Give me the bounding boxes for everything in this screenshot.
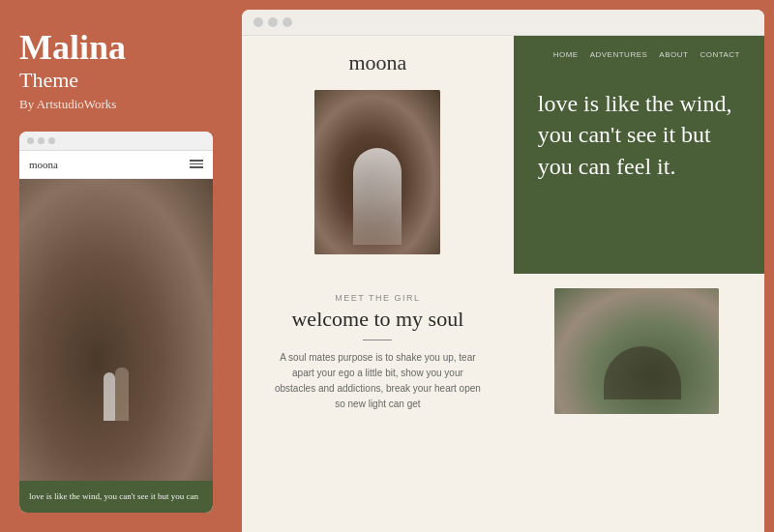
nav-adventures[interactable]: ADVENTURES — [590, 50, 648, 59]
theme-label: Theme — [19, 68, 213, 93]
below-hero-section: MEET THE GIRL welcome to my soul A soul … — [242, 274, 764, 532]
nav-about[interactable]: ABOUT — [659, 50, 688, 59]
mini-header: moona — [19, 151, 213, 179]
mini-site-logo: moona — [29, 159, 58, 170]
theme-name: Malina — [19, 29, 213, 68]
browser-dot-2 — [268, 17, 278, 27]
welcome-body-text: A soul mates purpose is to shake you up,… — [271, 350, 485, 412]
site-navigation: HOME ADVENTURES ABOUT CONTACT — [538, 50, 740, 59]
mini-dot-1 — [27, 137, 34, 144]
hero-right-panel: HOME ADVENTURES ABOUT CONTACT love is li… — [514, 36, 764, 274]
main-browser-window: moona HOME ADVENTURES ABOUT CONTACT love… — [242, 10, 764, 532]
hero-wedding-photo — [314, 90, 440, 254]
mini-hamburger-icon — [190, 160, 203, 168]
browser-dot-1 — [253, 17, 263, 27]
browser-toolbar — [242, 10, 764, 36]
left-panel: Malina Theme By ArtstudioWorks moona lov… — [0, 0, 232, 532]
mini-quote-block: love is like the wind, you can't see it … — [19, 481, 213, 513]
mini-dot-3 — [48, 137, 55, 144]
meet-label: MEET THE GIRL — [271, 293, 485, 303]
second-photo — [554, 288, 719, 414]
hero-section: moona HOME ADVENTURES ABOUT CONTACT love… — [242, 36, 764, 274]
mini-wedding-photo — [19, 179, 213, 482]
hero-left-panel: moona — [242, 36, 514, 274]
mini-browser-bar — [19, 132, 213, 151]
hero-quote-text: love is like the wind, you can't see it … — [538, 88, 740, 182]
divider-line — [363, 340, 392, 340]
nav-home[interactable]: HOME — [553, 50, 579, 59]
site-logo: moona — [261, 50, 494, 75]
mini-dot-2 — [38, 137, 45, 144]
welcome-block: MEET THE GIRL welcome to my soul A soul … — [242, 274, 514, 532]
browser-content: moona HOME ADVENTURES ABOUT CONTACT love… — [242, 36, 764, 532]
theme-author: By ArtstudioWorks — [19, 97, 213, 112]
welcome-heading: welcome to my soul — [271, 307, 485, 332]
mini-preview-card: moona love is like the wind, you can't s… — [19, 132, 213, 513]
mini-couple-silhouette — [102, 363, 131, 421]
second-photo-block — [514, 274, 764, 532]
mini-photo-area — [19, 179, 213, 482]
browser-dot-3 — [283, 17, 292, 27]
nav-contact[interactable]: CONTACT — [700, 50, 740, 59]
theme-title-block: Malina Theme By ArtstudioWorks — [19, 29, 213, 132]
